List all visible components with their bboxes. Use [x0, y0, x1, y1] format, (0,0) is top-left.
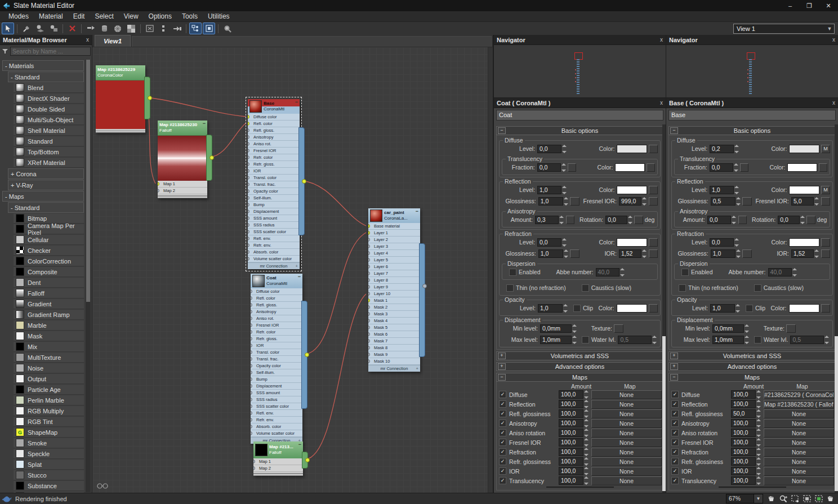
assign-material-to-selection-icon[interactable] — [34, 23, 46, 34]
input-slot[interactable]: Mask 7 — [368, 338, 420, 345]
zoom-region-icon[interactable] — [790, 494, 800, 503]
map-slot-button[interactable]: None — [591, 390, 662, 399]
browser-row[interactable]: Checker — [14, 246, 84, 256]
input-slot[interactable]: SSS scatter color — [248, 229, 300, 235]
browser-row[interactable]: ShapeMap — [14, 427, 84, 438]
expand-icon[interactable]: + — [670, 353, 678, 359]
move-children-icon[interactable] — [84, 23, 97, 34]
map-amount-field[interactable]: 100,0 — [731, 390, 756, 399]
input-socket-dot[interactable] — [248, 196, 249, 200]
opacity-level-field[interactable]: 1,0 — [538, 304, 563, 313]
ior-field[interactable]: 1,52 — [791, 249, 814, 258]
input-slot[interactable]: SSS scatter color — [251, 403, 302, 410]
output-socket[interactable] — [302, 452, 308, 469]
map-enable-checkbox[interactable] — [671, 429, 679, 436]
map-amount-field[interactable]: 100,0 — [731, 429, 756, 437]
input-slot[interactable]: Layer 9 — [368, 284, 420, 291]
spinner[interactable] — [563, 303, 568, 314]
input-slot[interactable]: Anisotropy — [251, 309, 302, 315]
spinner[interactable] — [736, 303, 740, 314]
input-socket-dot[interactable] — [248, 176, 249, 180]
parameter-panel-close-icon[interactable]: x — [660, 100, 663, 106]
node-graph-canvas[interactable]: Map #2138625229 CoronaColor Map #2138625… — [92, 47, 493, 493]
browser-row[interactable]: XRef Material — [14, 158, 84, 168]
displacement-texture-button[interactable] — [614, 324, 623, 333]
node-car-paint[interactable]: car_paint CoronaLa... − Base material — [368, 208, 420, 372]
map-slot-button[interactable]: None — [591, 438, 662, 447]
spinner[interactable] — [642, 196, 647, 207]
reflection-glossiness-field[interactable]: 0,5 — [711, 197, 736, 206]
input-socket-dot[interactable] — [368, 298, 370, 302]
input-socket-dot[interactable] — [248, 182, 249, 186]
input-socket-dot[interactable] — [248, 135, 249, 139]
input-slot[interactable]: IOR — [251, 342, 302, 349]
map-amount-field[interactable]: 100,0 — [559, 390, 583, 399]
spinner[interactable] — [561, 162, 566, 173]
browser-row[interactable]: Falloff — [14, 288, 84, 298]
fresnel-map-button[interactable] — [821, 197, 830, 206]
input-socket-dot[interactable] — [248, 250, 249, 254]
map-enable-checkbox[interactable] — [499, 467, 506, 475]
input-slot[interactable]: Refr. gloss. — [251, 336, 302, 342]
input-socket-dot[interactable] — [248, 209, 249, 213]
input-socket-dot[interactable] — [248, 237, 249, 240]
diffuse-color-map-button[interactable] — [649, 145, 658, 153]
browser-row[interactable]: Speckle — [14, 449, 84, 459]
thin-no-refraction-checkbox[interactable] — [679, 284, 686, 292]
map-slot-button[interactable]: Map #2138625230 ( Falloff ) — [764, 400, 834, 409]
input-socket-dot[interactable] — [368, 251, 370, 255]
input-slot[interactable]: Absorb. color — [248, 249, 300, 256]
input-socket-dot[interactable] — [251, 391, 252, 395]
input-socket-dot[interactable] — [251, 357, 252, 361]
spinner[interactable] — [564, 196, 569, 207]
material-name-field[interactable]: Coat — [496, 110, 663, 121]
input-socket-dot[interactable] — [251, 323, 252, 327]
map-enable-checkbox[interactable] — [671, 420, 679, 427]
input-slot[interactable]: Self-illum. — [248, 195, 300, 202]
input-socket-dot[interactable] — [248, 128, 249, 132]
browser-row[interactable]: Mask — [14, 331, 84, 341]
node-minimize-icon[interactable]: − — [298, 274, 301, 279]
input-slot[interactable]: Absorb. color — [251, 423, 302, 430]
put-material-to-scene-icon[interactable] — [47, 23, 60, 34]
diffuse-color-swatch[interactable] — [789, 145, 819, 153]
input-socket-dot[interactable] — [368, 332, 370, 336]
map-enable-checkbox[interactable] — [499, 400, 506, 408]
map-amount-field[interactable]: 100,0 — [559, 419, 583, 427]
browser-row[interactable]: Noise — [14, 363, 84, 373]
opacity-color-swatch[interactable] — [789, 304, 819, 313]
spinner[interactable] — [732, 215, 736, 225]
map-amount-field[interactable]: 100,0 — [559, 429, 583, 437]
spinner[interactable] — [559, 215, 564, 225]
translucency-color-swatch[interactable] — [787, 163, 817, 172]
map-enable-checkbox[interactable] — [671, 391, 679, 398]
input-slot[interactable]: SSS amount — [248, 215, 300, 222]
map-slot-button[interactable]: None — [591, 419, 662, 428]
browser-row[interactable]: + V-Ray — [8, 180, 84, 190]
map-amount-field[interactable]: 100,0 — [731, 476, 756, 485]
water-level-checkbox[interactable] — [582, 336, 589, 344]
node-coat-coronamtl[interactable]: Coat CoronaMtl − Diffuse color — [251, 274, 302, 444]
input-socket-dot[interactable] — [368, 271, 370, 275]
menu-item[interactable]: Select — [90, 12, 118, 20]
navigator-close-icon[interactable]: x — [660, 37, 663, 43]
input-socket-dot[interactable] — [251, 310, 252, 314]
reflection-color-swatch[interactable] — [617, 186, 647, 194]
input-socket-dot[interactable] — [368, 258, 370, 262]
browser-row[interactable]: Substance — [14, 481, 84, 491]
menu-item[interactable]: Options — [144, 12, 177, 20]
input-socket-dot[interactable] — [251, 296, 252, 300]
map-enable-checkbox[interactable] — [671, 467, 679, 475]
map-amount-field[interactable]: 100,0 — [731, 467, 756, 475]
glossiness-map-button[interactable] — [742, 197, 751, 206]
refraction-glossiness-field[interactable]: 1,0 — [711, 249, 736, 258]
map-slot-button[interactable]: None — [764, 448, 834, 457]
browser-row[interactable]: ColorCorrection — [14, 256, 84, 266]
map-amount-field[interactable]: 100,0 — [559, 438, 583, 447]
translucency-color-map-button[interactable] — [647, 163, 655, 172]
dispersion-enabled-checkbox[interactable] — [681, 269, 689, 276]
material-name-field[interactable]: Base — [668, 110, 836, 121]
navigator-minimap[interactable] — [494, 45, 666, 97]
input-slot[interactable]: Refr. color — [248, 154, 300, 161]
input-slot[interactable]: Displacement — [248, 208, 300, 215]
